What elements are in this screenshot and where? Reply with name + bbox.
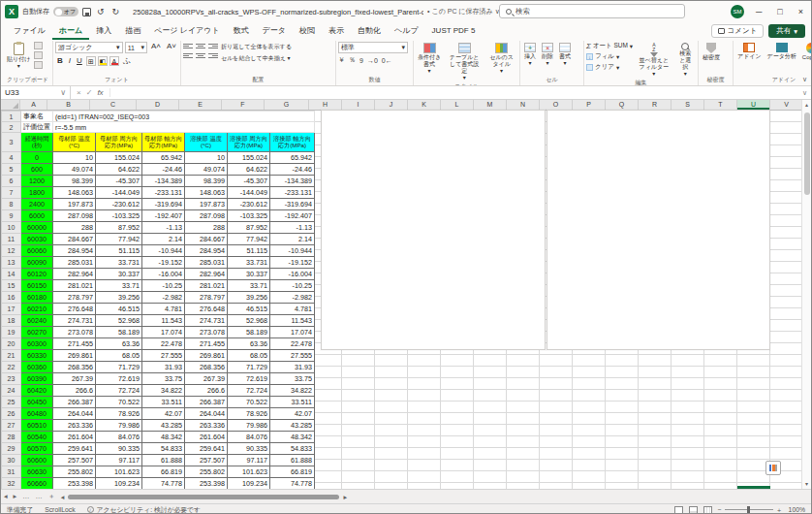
font-size-select[interactable]: 11▾ bbox=[125, 42, 147, 53]
data-cell[interactable]: 109.234 bbox=[96, 478, 142, 490]
styles-group-label[interactable]: スタイル bbox=[416, 82, 517, 86]
align-middle-icon[interactable] bbox=[196, 42, 205, 49]
cells-group-label[interactable]: セル bbox=[522, 76, 581, 85]
scroll-down-icon[interactable]: ▾ bbox=[802, 479, 811, 489]
bold-button[interactable]: B bbox=[55, 56, 65, 65]
row-header-7[interactable]: 7 bbox=[2, 187, 21, 199]
row-header-8[interactable]: 8 bbox=[2, 199, 21, 210]
data-cell[interactable]: 276.648 bbox=[53, 304, 96, 315]
data-cell[interactable]: 98.399 bbox=[185, 176, 228, 187]
data-cell[interactable]: 90.335 bbox=[228, 443, 270, 455]
data-cell[interactable]: 60600 bbox=[21, 455, 53, 466]
table-column-header[interactable]: 溶接部 周方向 応力(MPa) bbox=[228, 133, 270, 152]
column-header-J[interactable]: J bbox=[375, 100, 408, 110]
data-cell[interactable]: 109.234 bbox=[228, 478, 270, 490]
data-cell[interactable]: 33.511 bbox=[142, 397, 185, 408]
data-cell[interactable]: -1.13 bbox=[270, 222, 315, 234]
data-cell[interactable]: 87.952 bbox=[228, 222, 270, 234]
row-header-10[interactable]: 10 bbox=[2, 222, 21, 234]
column-header-B[interactable]: B bbox=[47, 100, 90, 110]
data-cell[interactable]: 64.622 bbox=[96, 164, 142, 176]
data-cell[interactable]: 33.75 bbox=[270, 373, 315, 385]
data-cell[interactable]: 267.39 bbox=[53, 373, 96, 385]
find-select-button[interactable]: 検索と選択▾ bbox=[675, 42, 696, 79]
data-cell[interactable]: 274.731 bbox=[53, 315, 96, 327]
data-cell[interactable]: 263.336 bbox=[53, 420, 96, 432]
avatar[interactable]: SM bbox=[731, 5, 744, 18]
data-cell[interactable]: 276.648 bbox=[185, 304, 228, 315]
row-header-4[interactable]: 4 bbox=[2, 152, 21, 164]
vertical-scrollbar[interactable]: ▴ ▾ bbox=[801, 100, 811, 489]
row-header-24[interactable]: 24 bbox=[2, 385, 21, 397]
next-sheet-icon[interactable]: ▸ bbox=[11, 490, 20, 503]
tab-formulas[interactable]: 数式 bbox=[227, 22, 256, 40]
table-column-header[interactable]: 母材部 周方向 応力(MPa) bbox=[96, 133, 142, 152]
data-cell[interactable]: 285.031 bbox=[185, 257, 228, 269]
table-column-header[interactable]: 溶接部 温度 (°C) bbox=[185, 133, 228, 152]
tab-home[interactable]: ホーム bbox=[52, 22, 89, 40]
row-header-14[interactable]: 14 bbox=[2, 269, 21, 280]
row-header-19[interactable]: 19 bbox=[2, 327, 21, 338]
row-header-3[interactable]: 3 bbox=[2, 133, 21, 152]
data-cell[interactable]: 268.356 bbox=[53, 362, 96, 373]
data-cell[interactable]: -144.049 bbox=[96, 187, 142, 199]
data-cell[interactable]: 60210 bbox=[21, 304, 53, 315]
data-cell[interactable]: 273.078 bbox=[53, 327, 96, 338]
data-cell[interactable]: 288 bbox=[185, 222, 228, 234]
data-cell[interactable]: 39.256 bbox=[96, 292, 142, 304]
autosum-button[interactable]: Σオート SUM ▾ bbox=[586, 42, 633, 50]
data-cell[interactable]: 78.926 bbox=[228, 408, 270, 420]
comments-button[interactable]: コメント bbox=[711, 24, 765, 38]
data-cell[interactable]: -1.13 bbox=[142, 222, 185, 234]
currency-icon[interactable]: ￥ bbox=[338, 55, 345, 65]
data-cell[interactable]: 54.833 bbox=[142, 443, 185, 455]
data-cell[interactable]: 90.335 bbox=[96, 443, 142, 455]
data-cell[interactable]: 101.623 bbox=[228, 466, 270, 478]
data-cell[interactable]: 98.399 bbox=[53, 176, 96, 187]
align-left-icon[interactable] bbox=[183, 51, 193, 59]
percent-icon[interactable]: ％ bbox=[349, 55, 356, 65]
data-cell[interactable]: 78.926 bbox=[96, 408, 142, 420]
data-cell[interactable]: 255.802 bbox=[185, 466, 228, 478]
shrink-font-button[interactable]: A˅ bbox=[165, 42, 178, 53]
conditional-formatting-button[interactable]: 条件付き書式▾ bbox=[416, 42, 443, 76]
cut-icon[interactable] bbox=[34, 42, 43, 49]
column-header-F[interactable]: F bbox=[222, 100, 265, 110]
format-painter-icon[interactable] bbox=[34, 61, 43, 69]
data-cell[interactable]: 269.861 bbox=[185, 350, 228, 362]
data-cell[interactable]: 60570 bbox=[21, 443, 53, 455]
number-group-label[interactable]: 数値 bbox=[338, 76, 411, 85]
row-header-15[interactable]: 15 bbox=[2, 280, 21, 292]
horizontal-scroll-thumb[interactable] bbox=[68, 495, 339, 499]
data-cell[interactable]: 284.954 bbox=[53, 245, 96, 257]
data-cell[interactable]: 42.07 bbox=[270, 408, 315, 420]
data-cell[interactable]: -103.325 bbox=[96, 210, 142, 222]
prev-sheet-icon[interactable]: ◂ bbox=[1, 490, 11, 503]
data-cell[interactable]: 27.555 bbox=[142, 350, 185, 362]
column-header-I[interactable]: I bbox=[342, 100, 375, 110]
data-cell[interactable]: 48.342 bbox=[142, 432, 185, 443]
data-cell[interactable]: 273.078 bbox=[185, 327, 228, 338]
save-icon[interactable] bbox=[82, 8, 91, 16]
data-cell[interactable]: 11.543 bbox=[142, 315, 185, 327]
undo-icon[interactable]: ↺ bbox=[95, 7, 107, 16]
data-cell[interactable]: 253.398 bbox=[53, 478, 96, 490]
search-input[interactable]: 検索 bbox=[499, 4, 685, 18]
row-header-1[interactable]: 1 bbox=[2, 112, 21, 122]
data-cell[interactable]: 1200 bbox=[21, 176, 53, 187]
data-cell[interactable]: 72.724 bbox=[96, 385, 142, 397]
data-cell[interactable]: 266.387 bbox=[185, 397, 228, 408]
data-cell[interactable]: 31.93 bbox=[142, 362, 185, 373]
hscroll-right-icon[interactable]: ▸ bbox=[343, 493, 347, 501]
zoom-level[interactable]: 100% bbox=[789, 506, 805, 513]
data-cell[interactable]: 52.968 bbox=[228, 315, 270, 327]
data-cell[interactable]: 285.031 bbox=[53, 257, 96, 269]
alignment-buttons[interactable] bbox=[183, 42, 219, 59]
data-cell[interactable]: 284.954 bbox=[185, 245, 228, 257]
hscroll-left-icon[interactable]: ◂ bbox=[61, 493, 65, 501]
info-value[interactable]: r=-5.5 mm bbox=[53, 122, 315, 133]
addins-group-label[interactable]: アドイン bbox=[735, 76, 811, 85]
data-cell[interactable]: 1800 bbox=[21, 187, 53, 199]
data-cell[interactable]: -10.25 bbox=[270, 280, 315, 292]
row-header-13[interactable]: 13 bbox=[2, 257, 21, 269]
